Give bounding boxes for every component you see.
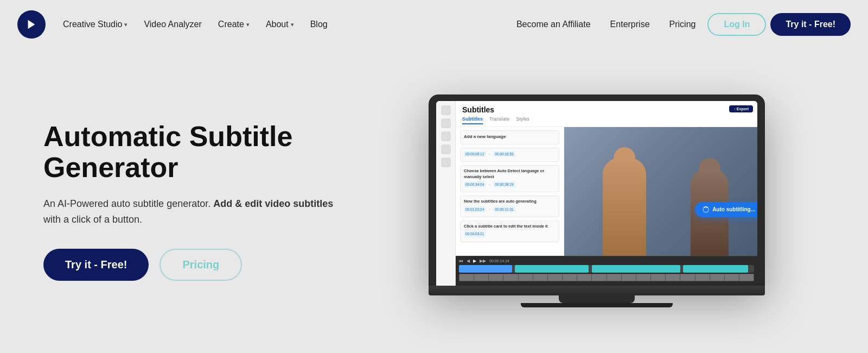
auto-subtitling-badge: Auto subtitling... [695, 202, 757, 217]
screen-sidebar [436, 101, 456, 286]
svg-marker-0 [28, 20, 35, 29]
try-free-hero-button[interactable]: Try it - Free! [43, 249, 149, 281]
filmstrip [459, 274, 754, 281]
laptop-screen: Subtitles ↑ Export Subtitles Translate S… [436, 101, 757, 286]
film-frame [474, 274, 488, 281]
film-frame [739, 274, 754, 281]
sidebar-icon [441, 131, 451, 141]
timeline-clip [515, 265, 589, 273]
sidebar-icon [441, 157, 451, 167]
laptop-frame: Subtitles ↑ Export Subtitles Translate S… [429, 94, 765, 286]
film-frame [459, 274, 474, 281]
film-frame [666, 274, 680, 281]
nav-pricing[interactable]: Pricing [662, 15, 704, 34]
screen-content: Subtitles ↑ Export Subtitles Translate S… [436, 101, 757, 286]
hero-title: Automatic Subtitle Generator [43, 121, 347, 183]
subtitle-item[interactable]: 00:00:08:12 → 00:00:18:53 [460, 148, 559, 162]
nav-affiliate[interactable]: Become an Affiliate [509, 15, 598, 34]
film-frame [533, 274, 547, 281]
film-frame [503, 274, 518, 281]
video-preview: Auto subtitling... [564, 127, 757, 256]
screen-title: Subtitles [462, 105, 494, 114]
timeline-clip [592, 265, 680, 273]
laptop-stand [559, 295, 635, 303]
loading-spinner [703, 206, 709, 213]
logo[interactable] [17, 10, 46, 39]
laptop-base [429, 286, 765, 295]
tab-translate[interactable]: Translate [489, 116, 509, 124]
subtitles-panel: Add a new language 00:00:08:12 → 00:00:1… [456, 127, 564, 256]
nav-left-items: Creative Studio ▾ Video Analyzer Create … [56, 15, 334, 34]
tab-subtitles[interactable]: Subtitles [462, 116, 483, 124]
sidebar-icon [441, 118, 451, 128]
subtitle-item[interactable]: Now the subtitles are auto generating 00… [460, 196, 559, 217]
timeline-controls: ⏮ ◀ ▶ ▶▶ 00:00:14:24 [459, 259, 754, 263]
subtitle-item[interactable]: Add a new language [460, 130, 559, 144]
film-frame [636, 274, 650, 281]
chevron-down-icon: ▾ [246, 21, 250, 28]
nav-create[interactable]: Create ▾ [212, 15, 256, 34]
subtitle-item[interactable]: Click a subtitle card to edit the text i… [460, 220, 559, 242]
sidebar-icon [441, 105, 451, 115]
film-frame [695, 274, 710, 281]
film-frame [577, 274, 591, 281]
film-frame [563, 274, 577, 281]
timeline-timestamp: 00:00:14:24 [489, 259, 509, 263]
tab-styles[interactable]: Styles [516, 116, 529, 124]
film-frame [489, 274, 503, 281]
film-frame [592, 274, 606, 281]
play-icon [25, 18, 37, 30]
export-button[interactable]: ↑ Export [729, 105, 753, 112]
film-frame [710, 274, 724, 281]
screen-header: Subtitles ↑ Export Subtitles Translate S… [456, 101, 757, 127]
pricing-button[interactable]: Pricing [159, 249, 242, 281]
film-frame [607, 274, 621, 281]
timeline-track [459, 265, 754, 273]
screen-body: Add a new language 00:00:08:12 → 00:00:1… [456, 127, 757, 256]
timeline: ⏮ ◀ ▶ ▶▶ 00:00:14:24 [456, 256, 757, 286]
nav-enterprise[interactable]: Enterprise [603, 15, 658, 34]
subtitle-item[interactable]: Choose between Auto Detect language or m… [460, 165, 559, 192]
nav-blog[interactable]: Blog [304, 15, 334, 34]
film-frame [519, 274, 533, 281]
laptop-foot [521, 303, 673, 307]
hero-section: Automatic Subtitle Generator An AI-Power… [0, 49, 868, 353]
video-scene: Auto subtitling... [564, 127, 757, 256]
film-frame [680, 274, 694, 281]
hero-buttons: Try it - Free! Pricing [43, 249, 347, 281]
hero-right-visual: Subtitles ↑ Export Subtitles Translate S… [369, 94, 825, 307]
screen-main: Subtitles ↑ Export Subtitles Translate S… [456, 101, 757, 286]
navigation: Creative Studio ▾ Video Analyzer Create … [0, 0, 868, 49]
film-frame [651, 274, 665, 281]
nav-creative-studio[interactable]: Creative Studio ▾ [56, 15, 134, 34]
chevron-down-icon: ▾ [124, 21, 127, 28]
try-free-nav-button[interactable]: Try it - Free! [770, 13, 851, 36]
person1-body [603, 158, 646, 256]
screen-tabs: Subtitles Translate Styles [462, 116, 751, 124]
hero-left-content: Automatic Subtitle Generator An AI-Power… [43, 121, 347, 281]
person1-figure [603, 158, 646, 256]
login-button[interactable]: Log In [707, 13, 766, 36]
film-frame [622, 274, 636, 281]
film-frame [725, 274, 739, 281]
film-frame [548, 274, 562, 281]
hero-description: An AI-Powered auto subtitle generator. A… [43, 196, 347, 228]
sidebar-icon [441, 144, 451, 154]
chevron-down-icon: ▾ [291, 21, 294, 28]
timeline-clip [683, 265, 748, 273]
nav-about[interactable]: About ▾ [259, 15, 301, 34]
laptop-mockup: Subtitles ↑ Export Subtitles Translate S… [429, 94, 765, 307]
nav-right-items: Become an Affiliate Enterprise Pricing L… [509, 13, 851, 36]
timeline-clip [459, 265, 512, 273]
nav-video-analyzer[interactable]: Video Analyzer [137, 15, 208, 34]
